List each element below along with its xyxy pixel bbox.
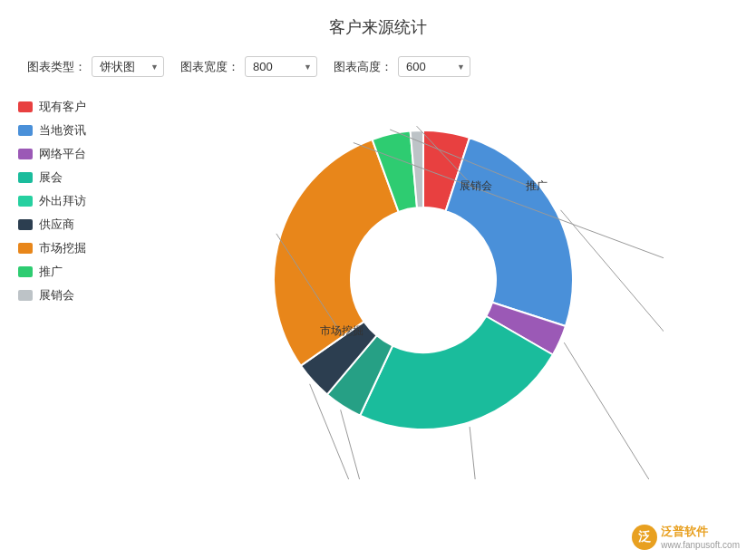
chart-segment bbox=[446, 138, 573, 326]
legend-color-swatch bbox=[18, 149, 33, 159]
legend-label: 市场挖掘 bbox=[39, 240, 86, 256]
legend: 现有客户 当地资讯 网络平台 展会 外出拜访 供应商 市场挖掘 推广 展销会 bbox=[18, 90, 118, 479]
legend-color-swatch bbox=[18, 172, 33, 183]
legend-item: 展销会 bbox=[18, 287, 118, 304]
legend-label: 外出拜访 bbox=[39, 193, 86, 209]
donut-chart: 现有客户当地资讯网络平台展会外出拜访供应商市场挖掘推广展销会 bbox=[192, 90, 664, 479]
chart-type-select-wrapper[interactable]: 饼状图 柱状图 折线图 bbox=[92, 56, 164, 77]
chart-container: 现有客户当地资讯网络平台展会外出拜访供应商市场挖掘推广展销会 bbox=[118, 90, 738, 479]
chart-width-select[interactable]: 600 700 800 900 1000 bbox=[245, 56, 317, 77]
legend-item: 展会 bbox=[18, 169, 118, 186]
legend-color-swatch bbox=[18, 196, 33, 207]
chart-label-line bbox=[560, 210, 664, 411]
chart-label-line bbox=[564, 342, 654, 479]
legend-color-swatch bbox=[18, 243, 33, 254]
legend-label: 供应商 bbox=[39, 217, 74, 233]
chart-height-label: 图表高度： bbox=[334, 59, 393, 75]
chart-height-select[interactable]: 400 500 600 700 800 bbox=[398, 56, 470, 77]
logo-icon: 泛 bbox=[632, 525, 657, 550]
chart-label-text: 展销会 bbox=[460, 179, 492, 192]
chart-type-label: 图表类型： bbox=[27, 59, 86, 75]
footer: 泛 泛普软件 www.fanpusoft.com bbox=[632, 524, 740, 550]
legend-label: 展销会 bbox=[39, 287, 74, 304]
chart-type-select[interactable]: 饼状图 柱状图 折线图 bbox=[92, 56, 164, 77]
legend-label: 当地资讯 bbox=[39, 122, 86, 139]
legend-item: 外出拜访 bbox=[18, 193, 118, 209]
chart-label-line bbox=[470, 427, 482, 479]
legend-color-swatch bbox=[18, 266, 33, 277]
footer-brand-block: 泛普软件 www.fanpusoft.com bbox=[661, 524, 740, 550]
website: www.fanpusoft.com bbox=[661, 540, 740, 550]
legend-color-swatch bbox=[18, 290, 33, 301]
brand-name: 泛普软件 bbox=[661, 524, 740, 540]
legend-label: 网络平台 bbox=[39, 146, 86, 162]
legend-item: 现有客户 bbox=[18, 99, 118, 115]
chart-type-control: 图表类型： 饼状图 柱状图 折线图 bbox=[27, 56, 164, 77]
legend-color-swatch bbox=[18, 101, 33, 112]
legend-label: 展会 bbox=[39, 169, 63, 186]
chart-label-text: 网络平台 bbox=[633, 478, 664, 479]
legend-label: 推广 bbox=[39, 264, 63, 280]
legend-item: 供应商 bbox=[18, 217, 118, 233]
chart-height-select-wrapper[interactable]: 400 500 600 700 800 bbox=[398, 56, 470, 77]
page-title: 客户来源统计 bbox=[0, 0, 756, 49]
chart-label-text: 市场挖掘 bbox=[320, 324, 363, 337]
legend-color-swatch bbox=[18, 125, 33, 136]
chart-label-text: 推广 bbox=[526, 179, 548, 192]
chart-width-select-wrapper[interactable]: 600 700 800 900 1000 bbox=[245, 56, 317, 77]
chart-height-control: 图表高度： 400 500 600 700 800 bbox=[334, 56, 470, 77]
legend-item: 当地资讯 bbox=[18, 122, 118, 139]
legend-label: 现有客户 bbox=[39, 99, 86, 115]
legend-item: 市场挖掘 bbox=[18, 240, 118, 256]
legend-item: 推广 bbox=[18, 264, 118, 280]
chart-width-control: 图表宽度： 600 700 800 900 1000 bbox=[180, 56, 317, 77]
chart-width-label: 图表宽度： bbox=[180, 59, 239, 75]
chart-area: 现有客户 当地资讯 网络平台 展会 外出拜访 供应商 市场挖掘 推广 展销会 现… bbox=[0, 90, 756, 479]
toolbar: 图表类型： 饼状图 柱状图 折线图 图表宽度： 600 700 800 900 … bbox=[0, 49, 756, 86]
legend-item: 网络平台 bbox=[18, 146, 118, 162]
legend-color-swatch bbox=[18, 219, 33, 230]
